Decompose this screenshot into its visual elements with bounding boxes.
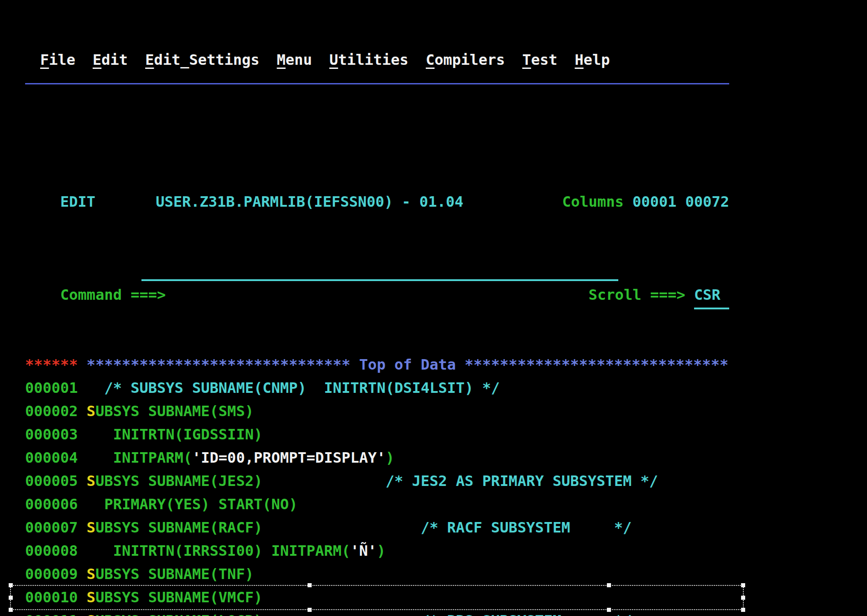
menu-item-edit-settings[interactable]: Edit_Settings	[145, 51, 259, 68]
menu-separator	[25, 83, 729, 84]
selection-handle-bottom-right[interactable]	[741, 608, 745, 612]
menu-mnemonic: T	[522, 51, 531, 68]
mode-label: EDIT	[60, 193, 95, 210]
menu-mnemonic: F	[40, 51, 49, 68]
line-number: 000006	[25, 496, 87, 513]
editor-line-000008[interactable]: 000008 INITRTN(IRRSSI00) INITPARM('Ñ')	[25, 539, 729, 563]
selection-handle-bottom-inner[interactable]	[607, 608, 611, 612]
columns-label: Columns	[562, 193, 632, 210]
editor-line-000003[interactable]: 000003 INITRTN(IGDSSIIN)	[25, 423, 729, 446]
editor-line-000011[interactable]: 000011 SUBSYS SUBNAME(LOGR) /* RRS SUBSY…	[25, 609, 729, 616]
selection-handle-bottom-center[interactable]	[308, 608, 312, 612]
selection-box[interactable]	[10, 585, 744, 610]
editor-lines: ****** ****************************** To…	[25, 353, 729, 616]
command-row: Command ===> Scroll ===> CSR	[25, 260, 729, 283]
selection-handle-bottom-left[interactable]	[9, 608, 13, 612]
line-number: 000005	[25, 472, 87, 490]
scroll-input[interactable]: CSR	[694, 283, 729, 309]
dataset-title: USER.Z31B.PARMLIB(IEFSSN00) - 01.04	[156, 190, 463, 214]
line-number: 000004	[25, 449, 87, 466]
editor-line-000009[interactable]: 000009 SUBSYS SUBNAME(TNF)	[25, 563, 729, 586]
line-number: 000009	[25, 565, 87, 583]
editor-line-000001[interactable]: 000001 /* SUBSYS SUBNAME(CNMP) INITRTN(D…	[25, 376, 729, 400]
selection-handle-top-center[interactable]	[308, 583, 312, 587]
menu-mnemonic: M	[277, 51, 286, 68]
editor-line-000004[interactable]: 000004 INITPARM('ID=00,PROMPT=DISPLAY')	[25, 446, 729, 470]
menu-item-test[interactable]: Test	[522, 51, 557, 68]
line-number: 000007	[25, 519, 87, 536]
editor-line-000006[interactable]: 000006 PRIMARY(YES) START(NO)	[25, 493, 729, 516]
line-number: 000008	[25, 542, 87, 559]
editor-line-000002[interactable]: 000002 SUBSYS SUBNAME(SMS)	[25, 400, 729, 423]
selection-handle-mid-left[interactable]	[9, 595, 13, 600]
line-number: 000003	[25, 426, 87, 443]
menu-mnemonic: C	[426, 51, 434, 68]
menu-mnemonic: E	[93, 51, 101, 68]
line-number: 000001	[25, 379, 87, 397]
command-label: Command ===>	[60, 286, 174, 303]
menu-item-compilers[interactable]: Compilers	[426, 51, 505, 68]
editor-panel: EDITUSER.Z31B.PARMLIB(IEFSSN00) - 01.04 …	[25, 97, 729, 616]
editor-line-000005[interactable]: 000005 SUBSYS SUBNAME(JES2) /* JES2 AS P…	[25, 470, 729, 493]
menu-mnemonic: U	[329, 51, 338, 68]
columns-range: 00001 00072	[632, 193, 729, 210]
scroll-label: Scroll ===>	[589, 286, 694, 303]
line-number: 000011	[25, 612, 87, 616]
selection-handle-mid-right[interactable]	[741, 595, 745, 600]
selection-handle-top-left[interactable]	[9, 583, 13, 587]
line-number: 000002	[25, 402, 87, 420]
menu-mnemonic: E	[145, 51, 154, 68]
selection-handle-top-right[interactable]	[741, 583, 745, 587]
title-row: EDITUSER.Z31B.PARMLIB(IEFSSN00) - 01.04 …	[25, 167, 729, 190]
menu-item-edit[interactable]: Edit	[93, 51, 128, 68]
top-of-data-line: ****** ****************************** To…	[25, 353, 729, 376]
menu-item-help[interactable]: Help	[575, 51, 610, 68]
editor-line-000007[interactable]: 000007 SUBSYS SUBNAME(RACF) /* RACF SUBS…	[25, 516, 729, 539]
menu-item-menu[interactable]: Menu	[277, 51, 312, 68]
selection-handle-top-inner[interactable]	[607, 583, 611, 587]
menu-item-utilities[interactable]: Utilities	[329, 51, 408, 68]
menu-item-file[interactable]: File	[40, 51, 75, 68]
menu-mnemonic: H	[575, 51, 583, 68]
menu-bar: FileEditEdit_SettingsMenuUtilitiesCompil…	[40, 51, 610, 68]
